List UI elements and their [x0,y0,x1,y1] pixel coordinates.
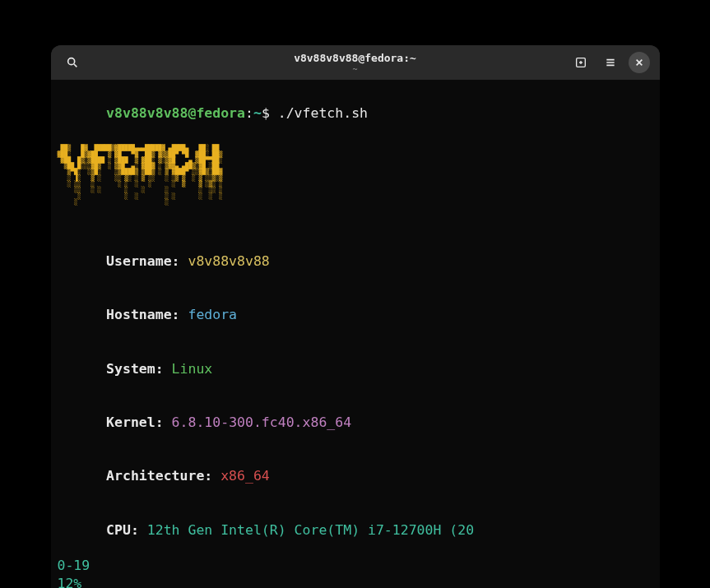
new-tab-icon[interactable] [569,51,592,74]
system-value: Linux [172,361,213,377]
close-icon[interactable] [629,52,650,73]
system-label: System: [106,361,171,377]
titlebar: v8v88v8v88@fedora:~ ~ [51,45,660,80]
hostname-label: Hostname: [106,307,188,322]
search-icon[interactable] [61,51,84,74]
hostname-value: fedora [188,307,237,322]
prompt-path: ~ [253,105,262,121]
menu-icon[interactable] [599,51,622,74]
cpu-value: 12th Gen Intel(R) Core(TM) i7-12700H (20 [147,522,474,538]
cpu-line2: 0-19 [58,557,653,575]
info-cpu: CPU: 12th Gen Intel(R) Core(TM) i7-12700… [58,503,653,557]
prompt-userhost: v8v88v8v88@fedora [106,105,245,121]
window-subtitle: ~ [294,65,416,74]
svg-line-1 [74,64,77,67]
prompt-line-1: v8v88v8v88@fedora:~$ ./vfetch.sh [58,86,653,140]
info-arch: Architecture: x86_64 [58,449,653,502]
info-username: Username: v8v88v8v88 [58,234,653,288]
terminal-window: v8v88v8v88@fedora:~ ~ [51,45,660,588]
command-text: ./vfetch.sh [278,105,368,121]
cpu-label: CPU: [106,522,147,538]
cpu-line3: 12% [58,575,653,588]
svg-point-0 [67,58,74,65]
window-title: v8v88v8v88@fedora:~ [294,52,416,64]
kernel-value: 6.8.10-300.fc40.x86_64 [172,414,352,430]
info-hostname: Hostname: fedora [58,289,653,342]
arch-label: Architecture: [106,468,220,484]
username-label: Username: [106,253,188,269]
username-value: v8v88v8v88 [188,253,269,269]
kernel-label: Kernel: [106,414,171,430]
arch-value: x86_64 [220,468,270,484]
vfetch-logo: ██▒ █▓ █████▒▓█████▄▄▄█████▓ ▄████▄ ██░ … [58,145,653,205]
info-system: System: Linux [58,342,653,396]
prompt-dollar: $ [262,105,278,121]
prompt-sep: : [245,105,253,121]
terminal-body[interactable]: v8v88v8v88@fedora:~$ ./vfetch.sh ██▒ █▓ … [51,80,660,588]
info-kernel: Kernel: 6.8.10-300.fc40.x86_64 [58,396,653,449]
